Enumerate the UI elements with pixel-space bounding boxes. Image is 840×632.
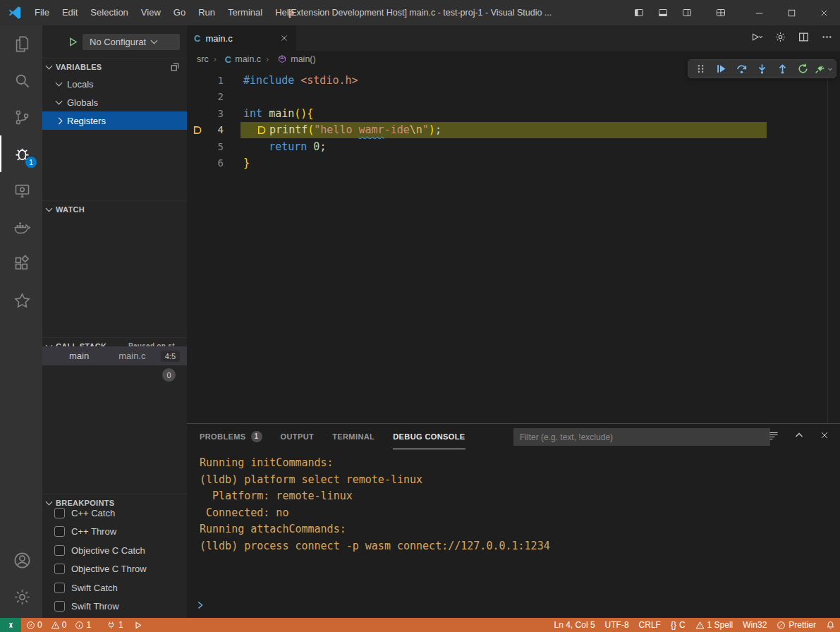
spell-checker-item[interactable]: 1 Spell [690, 618, 738, 632]
code-line-6[interactable]: 6} [187, 155, 840, 172]
more-actions-icon[interactable] [821, 31, 833, 46]
gear-icon[interactable] [774, 31, 786, 46]
step-out-button[interactable] [772, 61, 793, 78]
breadcrumb-file[interactable]: Cmain.c [209, 54, 261, 65]
maximize-button[interactable] [775, 0, 808, 25]
menu-edit[interactable]: Edit [56, 4, 84, 22]
problems-status-item[interactable]: 0 0 1 [21, 618, 102, 632]
panel-tab-terminal[interactable]: TERMINAL [332, 425, 375, 449]
remote-indicator[interactable] [0, 618, 21, 632]
breakpoint-row[interactable]: C++ Throw [42, 523, 187, 542]
close-tab-icon[interactable] [279, 33, 289, 43]
toggle-secondary-sidebar-button[interactable] [675, 0, 699, 25]
close-window-button[interactable] [808, 0, 840, 25]
inline-breakpoint-icon[interactable] [256, 125, 267, 135]
line-content[interactable]: return 0; [243, 140, 326, 153]
encoding-item[interactable]: UTF-8 [600, 618, 634, 632]
breakpoint-row[interactable]: Objective C Catch [42, 541, 187, 560]
variables-item-globals[interactable]: Globals [42, 93, 187, 111]
activity-item-run-and-debug[interactable]: 1 [0, 135, 42, 172]
ports-status-item[interactable]: 1 [102, 618, 128, 632]
activity-item-explorer[interactable] [0, 25, 42, 62]
panel-tab-problems[interactable]: PROBLEMS1 [200, 425, 262, 449]
start-debugging-icon[interactable] [68, 37, 78, 47]
variables-item-locals[interactable]: Locals [42, 75, 187, 93]
language-mode-item[interactable]: {}C [666, 618, 690, 632]
run-or-debug-button[interactable] [751, 31, 763, 46]
customize-layout-button[interactable] [709, 0, 733, 25]
debug-configuration-dropdown[interactable]: No Configurat [83, 34, 180, 50]
toggle-panel-button[interactable] [651, 0, 675, 25]
step-into-button[interactable] [752, 61, 772, 78]
breakpoint-row[interactable]: Swift Throw [42, 597, 187, 616]
line-content[interactable]: int main(){ [243, 107, 313, 120]
menu-terminal[interactable]: Terminal [221, 4, 269, 22]
code-token: ( [308, 123, 314, 136]
breakpoint-checkbox[interactable] [54, 526, 65, 537]
menu-selection[interactable]: Selection [84, 4, 134, 22]
menu-view[interactable]: View [135, 4, 167, 22]
breakpoint-checkbox[interactable] [54, 564, 65, 574]
minimize-button[interactable] [743, 0, 775, 25]
activity-item-accounts[interactable] [0, 542, 42, 578]
panel-menu-icon[interactable] [768, 430, 779, 444]
breakpoint-row[interactable]: C++ Catch [42, 504, 187, 523]
continue-button[interactable] [711, 61, 731, 78]
panel-tab-output[interactable]: OUTPUT [281, 425, 315, 449]
breakpoint-checkbox[interactable] [54, 601, 65, 612]
current-statement-arrow-icon[interactable] [187, 125, 205, 135]
breadcrumb-src[interactable]: src [197, 54, 209, 64]
code-editor[interactable]: 1#include <stdio.h>23int main(){4 printf… [187, 68, 840, 423]
activity-item-extensions[interactable] [0, 245, 42, 282]
menu-help[interactable]: Help [269, 4, 300, 22]
menu-run[interactable]: Run [192, 4, 221, 22]
toggle-primary-sidebar-button[interactable] [627, 0, 651, 25]
drag-handle-button[interactable] [690, 61, 711, 78]
code-line-3[interactable]: 3int main(){ [187, 105, 840, 122]
code-line-2[interactable]: 2 [187, 89, 840, 106]
breadcrumb-symbol[interactable]: main() [261, 54, 316, 64]
collapse-all-icon[interactable] [170, 62, 180, 72]
watch-section-header[interactable]: WATCH [42, 200, 187, 217]
stack-frame-row[interactable]: main main.c 4:5 [42, 346, 187, 365]
line-content[interactable]: #include <stdio.h> [243, 74, 358, 87]
activity-item-source-control[interactable] [0, 99, 42, 135]
menu-file[interactable]: File [28, 4, 56, 22]
restart-button[interactable] [793, 61, 813, 78]
line-content[interactable]: } [243, 157, 250, 169]
breakpoint-checkbox[interactable] [54, 508, 65, 518]
activity-item-marketplace[interactable] [0, 282, 42, 319]
activity-item-docker[interactable] [0, 209, 42, 245]
eol-item[interactable]: CRLF [634, 618, 666, 632]
step-over-button[interactable] [731, 61, 752, 78]
code-line-4[interactable]: 4 printf("hello wamr-ide\n"); [187, 122, 840, 139]
variables-section-header[interactable]: VARIABLES [42, 58, 187, 75]
activity-item-remote-explorer[interactable] [0, 172, 42, 209]
debug-console-input[interactable] [195, 597, 840, 614]
debug-console-filter-input[interactable] [513, 428, 770, 446]
split-editor-icon[interactable] [798, 31, 810, 46]
activity-item-settings[interactable] [0, 578, 42, 615]
code-line-5[interactable]: 5 return 0; [187, 138, 840, 155]
debug-status-item[interactable] [128, 618, 147, 632]
panel-tab-debug-console[interactable]: DEBUG CONSOLE [393, 425, 465, 449]
cursor-position-item[interactable]: Ln 4, Col 5 [549, 618, 600, 632]
variables-item-registers[interactable]: Registers [42, 111, 187, 130]
editor-scrollbar-gutter[interactable] [827, 68, 828, 423]
disconnect-button[interactable] [813, 61, 834, 78]
platform-item[interactable]: Win32 [738, 618, 772, 632]
line-content[interactable]: printf("hello wamr-ide\n"); [243, 123, 442, 136]
activity-item-search[interactable] [0, 62, 42, 99]
menu-go[interactable]: Go [167, 4, 192, 22]
step-over-icon [736, 63, 748, 75]
code-token: ; [435, 123, 442, 136]
breakpoint-checkbox[interactable] [54, 583, 65, 593]
notifications-bell-item[interactable] [821, 618, 840, 632]
formatter-item[interactable]: Prettier [772, 618, 821, 632]
breakpoint-row[interactable]: Swift Catch [42, 578, 187, 597]
breakpoint-row[interactable]: Objective C Throw [42, 560, 187, 579]
tab-main-c[interactable]: C main.c [187, 25, 296, 51]
close-panel-icon[interactable] [819, 430, 830, 444]
maximize-panel-icon[interactable] [793, 430, 805, 444]
breakpoint-checkbox[interactable] [54, 545, 65, 556]
